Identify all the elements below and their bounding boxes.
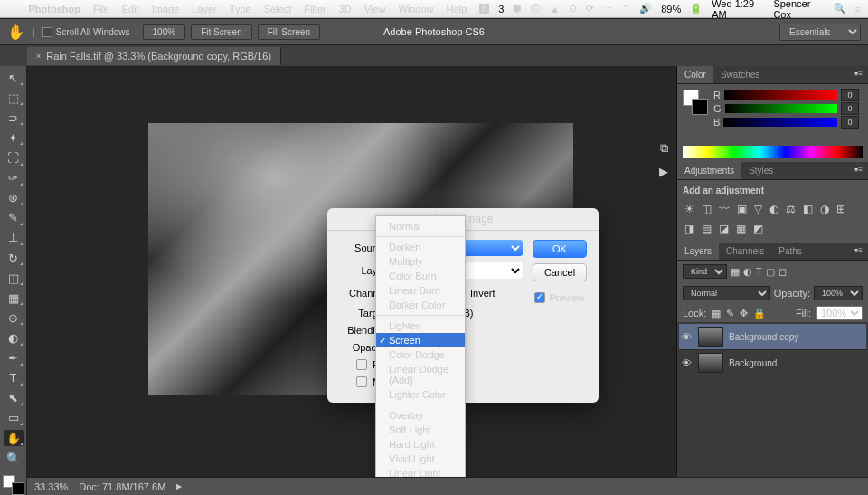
- photo-filter-icon[interactable]: ◑: [820, 203, 829, 215]
- swatches-tab[interactable]: Swatches: [713, 66, 767, 83]
- user-name[interactable]: Spencer Cox: [773, 0, 824, 20]
- channels-tab[interactable]: Channels: [719, 243, 771, 260]
- path-select-tool[interactable]: ⬉: [4, 390, 24, 406]
- notification-center-icon[interactable]: ≡: [855, 4, 861, 14]
- preserve-checkbox[interactable]: [356, 359, 367, 370]
- stamp-tool[interactable]: ⊥: [4, 230, 24, 246]
- mask-checkbox[interactable]: [356, 376, 367, 387]
- wand-tool[interactable]: ✦: [4, 129, 24, 146]
- close-tab-icon[interactable]: ×: [36, 52, 41, 61]
- fit-screen-button[interactable]: Fit Screen: [191, 24, 252, 40]
- ok-button[interactable]: OK: [533, 240, 587, 258]
- layer-row[interactable]: 👁 Background: [679, 350, 866, 376]
- blend-mode-item[interactable]: Hard Light: [376, 437, 465, 452]
- invert-icon[interactable]: ◨: [684, 223, 694, 235]
- exposure-icon[interactable]: ▣: [737, 203, 747, 215]
- lock-position-icon[interactable]: ✥: [740, 308, 748, 319]
- history-panel-icon[interactable]: ⧉: [660, 141, 668, 156]
- threshold-icon[interactable]: ◪: [719, 223, 729, 235]
- lock-pixels-icon[interactable]: ✎: [726, 308, 734, 319]
- type-tool[interactable]: T: [4, 370, 24, 386]
- document-tab[interactable]: × Rain Falls.tif @ 33.3% (Background cop…: [27, 47, 281, 65]
- layer-thumbnail[interactable]: [698, 327, 723, 347]
- blend-mode-item[interactable]: Linear Dodge (Add): [376, 362, 465, 387]
- spotlight-icon[interactable]: 🔍: [834, 3, 846, 14]
- canvas-area[interactable]: Apply Image Source: Layer: Channel:Inver…: [27, 66, 676, 495]
- zoom-tool[interactable]: 🔍: [4, 450, 24, 466]
- preview-checkbox[interactable]: [534, 292, 545, 303]
- color-swatches[interactable]: [3, 475, 24, 495]
- menubar-notif-icon[interactable]: 🅰: [479, 4, 489, 14]
- layer-thumbnail[interactable]: [698, 353, 723, 373]
- menu-help[interactable]: Help: [447, 4, 467, 14]
- fill-select[interactable]: 100%: [816, 306, 863, 320]
- menubar-icon[interactable]: ⓒ: [531, 2, 541, 15]
- blend-mode-item[interactable]: Color Dodge: [376, 347, 465, 362]
- fill-screen-button[interactable]: Fill Screen: [258, 24, 320, 40]
- color-balance-icon[interactable]: ⚖: [786, 203, 796, 215]
- filter-pixel-icon[interactable]: ▦: [731, 266, 740, 278]
- blend-mode-item[interactable]: Linear Burn: [376, 283, 465, 298]
- menu-view[interactable]: View: [364, 4, 386, 14]
- paths-tab[interactable]: Paths: [771, 243, 809, 260]
- blend-mode-item[interactable]: Soft Light: [376, 423, 465, 437]
- panel-menu-icon[interactable]: ▾≡: [849, 66, 868, 83]
- wifi-icon[interactable]: ⌃: [622, 3, 630, 14]
- spotlight-icon[interactable]: ⋯: [603, 3, 613, 14]
- menubar-icon[interactable]: ⟳: [586, 3, 594, 14]
- marquee-tool[interactable]: ⬚: [4, 90, 24, 106]
- volume-icon[interactable]: 🔊: [639, 3, 652, 14]
- zoom-100-button[interactable]: 100%: [143, 24, 186, 40]
- menu-layer[interactable]: Layer: [192, 4, 217, 14]
- apple-icon[interactable]: [7, 3, 20, 15]
- layers-tab[interactable]: Layers: [677, 243, 719, 260]
- battery-icon[interactable]: 🔋: [690, 3, 703, 14]
- dodge-tool[interactable]: ◐: [4, 329, 24, 346]
- selective-color-icon[interactable]: ◩: [753, 223, 763, 235]
- menu-image[interactable]: Image: [152, 4, 180, 14]
- hue-icon[interactable]: ◐: [769, 203, 778, 215]
- color-tab[interactable]: Color: [677, 66, 713, 83]
- blend-mode-item[interactable]: Darker Color: [376, 298, 465, 312]
- color-spectrum[interactable]: [683, 146, 863, 158]
- zoom-level[interactable]: 33.33%: [34, 481, 68, 492]
- crop-tool[interactable]: ⛶: [4, 149, 24, 166]
- r-slider[interactable]: 0: [724, 90, 837, 100]
- brush-tool[interactable]: ✎: [4, 210, 24, 226]
- actions-panel-icon[interactable]: ▶: [659, 165, 668, 178]
- color-swatch[interactable]: [683, 90, 708, 115]
- blend-mode-item[interactable]: Screen: [376, 333, 465, 347]
- menu-file[interactable]: File: [93, 4, 109, 14]
- g-slider[interactable]: 0: [725, 104, 837, 113]
- filter-type-icon[interactable]: T: [756, 266, 762, 277]
- pen-tool[interactable]: ✒: [4, 350, 24, 366]
- filter-smart-icon[interactable]: ◻: [778, 266, 787, 278]
- panel-menu-icon[interactable]: ▾≡: [849, 243, 868, 260]
- blend-mode-select[interactable]: Normal: [683, 286, 770, 300]
- blend-mode-item[interactable]: Lighter Color: [376, 387, 465, 402]
- visibility-icon[interactable]: 👁: [682, 331, 693, 342]
- menu-edit[interactable]: Edit: [122, 4, 139, 14]
- lock-all-icon[interactable]: 🔒: [753, 308, 766, 319]
- bw-icon[interactable]: ◧: [803, 203, 813, 215]
- menu-window[interactable]: Window: [398, 4, 433, 14]
- blend-mode-item[interactable]: Color Burn: [376, 269, 465, 283]
- visibility-icon[interactable]: 👁: [682, 357, 693, 368]
- gradient-map-icon[interactable]: ▦: [736, 223, 746, 235]
- menu-type[interactable]: Type: [230, 4, 251, 14]
- curves-icon[interactable]: 〰: [719, 203, 730, 215]
- doc-info[interactable]: Doc: 71.8M/167.6M: [79, 481, 165, 492]
- scroll-all-checkbox[interactable]: [42, 27, 52, 37]
- lasso-tool[interactable]: ⊃: [4, 109, 24, 126]
- blend-mode-item[interactable]: Darken: [376, 240, 465, 254]
- layer-row[interactable]: 👁 Background copy: [679, 324, 866, 350]
- panel-menu-icon[interactable]: ▾≡: [849, 162, 868, 179]
- adjustments-tab[interactable]: Adjustments: [677, 162, 741, 179]
- dropbox-icon[interactable]: ⬢: [513, 3, 522, 14]
- styles-tab[interactable]: Styles: [741, 162, 780, 179]
- blend-mode-item[interactable]: Lighten: [376, 319, 465, 333]
- menu-select[interactable]: Select: [264, 4, 292, 14]
- layer-kind-select[interactable]: Kind: [683, 264, 727, 279]
- eyedropper-tool[interactable]: ✑: [4, 170, 24, 186]
- workspace-select[interactable]: Essentials: [779, 24, 861, 41]
